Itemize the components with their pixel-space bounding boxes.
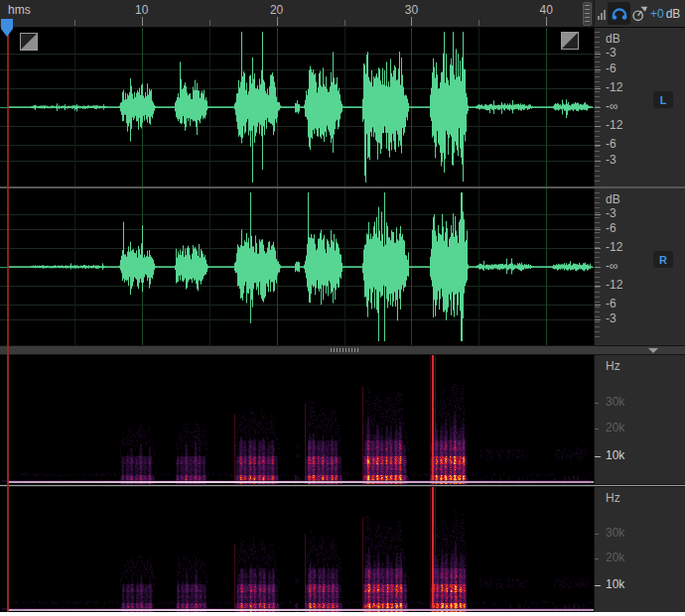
db-major-tick [595, 145, 601, 146]
splitter-grip-icon [331, 348, 358, 352]
channel-button-left[interactable]: L [653, 91, 673, 108]
waveform-display-left[interactable] [0, 28, 594, 186]
levels-meter-icon [598, 8, 606, 20]
ruler-time-label: 20 [270, 3, 283, 17]
hz-label: 20k [606, 552, 624, 564]
db-major-tick [595, 248, 601, 249]
spectrogram-divider [0, 484, 685, 487]
hz-label: 10k [606, 449, 624, 462]
spectrogram-display-left[interactable] [0, 355, 594, 484]
db-major-tick [595, 305, 601, 306]
channel-divider [0, 186, 685, 188]
ruler-time-label: 30 [405, 3, 418, 17]
channel-button-right[interactable]: R [653, 251, 673, 268]
db-label: -6 [606, 138, 616, 151]
ruler-minor-tick [74, 20, 75, 26]
hz-label: 20k [606, 422, 624, 434]
hz-tick [595, 456, 601, 457]
collapse-chevron-icon[interactable] [648, 348, 658, 353]
hz-scale-title: Hz [606, 359, 620, 373]
hz-scale-left[interactable]: Hz 30k20k10k [595, 355, 685, 484]
time-format-label: hms [8, 3, 31, 17]
scale-column: dB L -3-6-12-∞-12-6-3 dB R -3-6-12-∞-12-… [594, 28, 685, 612]
db-label: -6 [606, 298, 616, 310]
db-major-tick [595, 161, 601, 162]
db-label: -∞ [606, 260, 618, 273]
zoom-scrollbar-grip[interactable] [583, 2, 592, 26]
db-label: -6 [606, 222, 616, 235]
ruler-major-tick [142, 17, 143, 26]
panel-splitter[interactable] [0, 345, 685, 355]
db-major-tick [595, 69, 601, 70]
headphones-monitor-button[interactable] [608, 2, 630, 25]
hz-tick [595, 534, 599, 535]
hz-tick [595, 403, 599, 404]
db-scale-title: dB [606, 192, 620, 206]
ruler-major-tick [546, 17, 547, 26]
headphones-icon [611, 5, 628, 23]
ruler-time-label: 10 [135, 3, 148, 17]
db-label: -∞ [606, 100, 618, 113]
spectrogram-baseline [8, 609, 594, 611]
hz-label: 30k [606, 396, 624, 409]
audio-editor-window: hms 10203040 +0dB [0, 0, 685, 612]
volume-knob-icon[interactable] [630, 5, 648, 23]
hz-scale-right[interactable]: Hz 30k20k10k [595, 487, 685, 612]
fade-in-handle[interactable] [20, 33, 38, 51]
db-major-tick [595, 107, 601, 108]
spectrogram-baseline [8, 481, 594, 483]
playhead-line [7, 28, 9, 612]
db-label: -12 [606, 119, 622, 132]
db-major-tick [595, 319, 601, 320]
hz-label: 30k [606, 527, 624, 540]
grip-dots-icon [585, 5, 590, 23]
hz-tick [595, 429, 599, 430]
spectrogram-display-right[interactable] [0, 487, 594, 612]
ruler-major-tick [411, 17, 412, 26]
hz-label: 10k [606, 578, 624, 591]
db-label: -12 [606, 279, 622, 292]
db-label: -12 [606, 81, 622, 94]
ruler-minor-tick [344, 20, 345, 26]
ruler-major-tick [277, 17, 278, 26]
db-major-tick [595, 88, 601, 89]
db-scale-title: dB [606, 32, 620, 46]
ruler-time-label: 40 [540, 3, 553, 17]
hz-scale-title: Hz [606, 491, 620, 505]
db-major-tick [595, 126, 601, 127]
db-label: -3 [606, 312, 616, 325]
db-major-tick [595, 229, 601, 230]
fade-out-icon [562, 33, 578, 49]
db-label: -3 [606, 47, 616, 60]
ruler-minor-tick [479, 20, 480, 26]
db-scale-left[interactable]: dB L -3-6-12-∞-12-6-3 [595, 28, 685, 186]
ruler-minor-tick [209, 20, 210, 26]
hz-tick [595, 558, 599, 559]
db-label: -3 [606, 154, 616, 167]
gain-value[interactable]: +0dB [650, 7, 680, 21]
waveform-display-right[interactable] [0, 188, 594, 345]
db-label: -3 [606, 207, 616, 220]
timeline-ruler[interactable]: hms 10203040 [0, 0, 594, 28]
db-major-tick [595, 54, 601, 55]
db-major-tick [595, 214, 601, 215]
db-major-tick [595, 267, 601, 268]
db-label: -6 [606, 62, 616, 75]
monitor-strip: +0dB [594, 0, 685, 28]
db-label: -12 [606, 241, 622, 254]
fade-out-handle[interactable] [561, 32, 579, 50]
db-major-tick [595, 286, 601, 287]
fade-in-icon [21, 34, 37, 50]
db-scale-right[interactable]: dB R -3-6-12-∞-12-6-3 [595, 188, 685, 345]
hz-tick [595, 585, 601, 586]
